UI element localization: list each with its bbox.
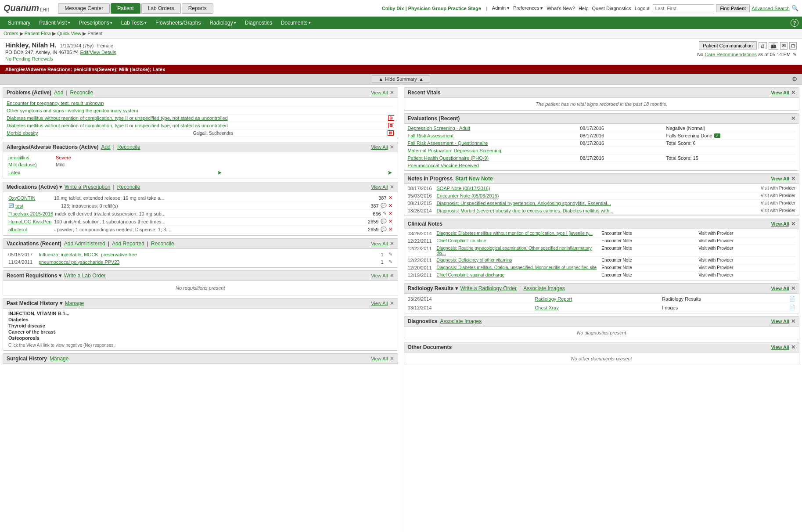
medications-write-link[interactable]: Write a Prescription (65, 184, 110, 190)
tab-message-center[interactable]: Message Center (58, 3, 110, 14)
note-p-link-2[interactable]: Encounter Note (05/03/2016) (437, 193, 499, 198)
med-delete-1[interactable]: ✕ (388, 195, 392, 201)
clinical-link-1[interactable]: Diagnosis: Diabetes mellitus without men… (437, 231, 593, 236)
clinical-notes-view-all[interactable]: View All (771, 221, 789, 226)
rad-doc-icon-2[interactable]: 📄 (789, 305, 795, 310)
med-name-2[interactable]: test (15, 203, 59, 208)
problem-link-4[interactable]: Diabetes mellitus without mention of com… (7, 123, 228, 128)
requisitions-view-all[interactable]: View All (371, 273, 388, 278)
med-name-5[interactable]: albuterol (8, 227, 52, 232)
rad-name-2[interactable]: Chest Xray (535, 305, 662, 310)
med-name-3[interactable]: Flucelvax 2015-2016 (8, 211, 53, 216)
allergy-name-3[interactable]: Latex (8, 170, 52, 175)
note-p-link-3[interactable]: Diagnosis: Unspecified essential hyperte… (437, 201, 611, 206)
problem-link-5[interactable]: Morbid obesity (7, 130, 38, 136)
allergies-add-link[interactable]: Add (101, 144, 110, 150)
other-docs-close-btn[interactable]: ✕ (791, 344, 795, 350)
vitals-close-btn[interactable]: ✕ (791, 90, 795, 96)
clinical-notes-close-btn[interactable]: ✕ (791, 221, 795, 227)
vacc-name-2[interactable]: pneumococcal polysaccharide PPV23 (39, 259, 376, 265)
evaluations-close-btn[interactable]: ✕ (791, 115, 795, 122)
care-recommendations-link[interactable]: Care Recommendations (705, 52, 757, 57)
note-p-link-4[interactable]: Diagnosis: Morbid (severe) obesity due t… (437, 208, 614, 213)
med-delete-4[interactable]: ✕ (388, 219, 392, 224)
med-edit-3[interactable]: ✎ (383, 211, 387, 216)
problem-link-2[interactable]: Other symptoms and signs involving the g… (7, 108, 138, 113)
problem-icon-2[interactable]: ⊞ (388, 123, 394, 128)
surgical-history-manage[interactable]: Manage (50, 356, 68, 362)
eval-name-6[interactable]: Pneumococcal Vaccine Received (408, 163, 580, 168)
radiology-view-all[interactable]: View All (771, 286, 789, 291)
problems-view-all[interactable]: View All (371, 90, 388, 95)
vitals-view-all[interactable]: View All (771, 90, 789, 95)
problems-reconcile-link[interactable]: Reconcile (70, 90, 94, 96)
medications-view-all[interactable]: View All (371, 184, 388, 190)
problems-add-link[interactable]: Add (54, 90, 63, 96)
allergy-name-2[interactable]: Milk (lactose) (8, 162, 52, 167)
problem-icon-1[interactable]: ⊞ (388, 115, 394, 121)
vaccinations-reconcile[interactable]: Reconcile (151, 241, 174, 247)
radiology-close-btn[interactable]: ✕ (791, 285, 795, 291)
med-chat-5[interactable]: 💬 (381, 226, 387, 232)
nav-summary[interactable]: Summary (4, 18, 35, 28)
requisitions-write-link[interactable]: Write a Lab Order (64, 273, 106, 279)
vaccinations-close-btn[interactable]: ✕ (390, 241, 394, 247)
eval-name-5[interactable]: Patient Health Questionnaire (PHQ-9) (408, 155, 580, 161)
quest-link[interactable]: Quest Diagnostics (592, 6, 631, 11)
gear-icon[interactable]: ⚙ (792, 75, 798, 83)
help-icon[interactable]: ? (791, 19, 798, 27)
nav-radiology[interactable]: Radiology ▾ (205, 18, 240, 28)
print-icon[interactable]: 🖨 (759, 42, 767, 49)
allergies-reconcile-link[interactable]: Reconcile (117, 144, 140, 150)
problem-icon-3[interactable]: ⊞ (388, 130, 394, 136)
clinical-link-2[interactable]: Chief Complaint: rountine (437, 238, 486, 244)
radiology-write-link[interactable]: Write a Radiology Order (460, 285, 517, 291)
eval-name-1[interactable]: Depression Screening - Adult (408, 126, 580, 131)
vacc-edit-2[interactable]: ✎ (388, 259, 392, 265)
find-patient-button[interactable]: Find Patient (716, 4, 750, 12)
note-p-link-1[interactable]: SOAP Note (08/17/2016) (437, 186, 490, 191)
patient-search-input[interactable] (653, 4, 714, 12)
nav-diagnostics[interactable]: Diagnostics (241, 18, 277, 28)
notes-progress-close-btn[interactable]: ✕ (791, 176, 795, 182)
vaccinations-add-admin[interactable]: Add Administered (64, 241, 105, 247)
med-name-1[interactable]: OxyCONTIN (8, 195, 52, 201)
surgical-history-close-btn[interactable]: ✕ (390, 356, 394, 362)
med-delete-2[interactable]: ✕ (388, 203, 392, 208)
eval-name-2[interactable]: Fall Risk Assessment (408, 133, 580, 138)
rad-doc-icon-1[interactable]: 📄 (789, 296, 795, 302)
allergy-name-1[interactable]: penicillins (8, 155, 52, 160)
past-medical-manage[interactable]: Manage (65, 300, 84, 306)
nav-flowsheets[interactable]: Flowsheets/Graphs (151, 18, 205, 28)
eval-name-4[interactable]: Maternal Postpartum Depression Screening (408, 148, 580, 153)
requisitions-close-btn[interactable]: ✕ (390, 273, 394, 279)
medications-close-btn[interactable]: ✕ (390, 184, 394, 190)
whats-new-link[interactable]: What's New? (547, 6, 575, 11)
medications-reconcile-link[interactable]: Reconcile (117, 184, 140, 190)
diagnostics-associate-link[interactable]: Associate Images (440, 318, 482, 324)
med-delete-5[interactable]: ✕ (388, 226, 392, 232)
rad-name-1[interactable]: Radiology Report (535, 296, 662, 302)
diagnostics-close-btn[interactable]: ✕ (791, 318, 795, 324)
fax-icon[interactable]: 📠 (769, 42, 778, 50)
problem-link-3[interactable]: Diabetes mellitus without mention of com… (7, 115, 228, 121)
logout-link[interactable]: Logout (635, 6, 650, 11)
vaccinations-add-reported[interactable]: Add Reported (112, 241, 144, 247)
patient-communication-button[interactable]: Patient Communication (699, 41, 757, 50)
other-docs-view-all[interactable]: View All (771, 345, 789, 350)
past-medical-close-btn[interactable]: ✕ (390, 300, 394, 306)
nav-patient-visit[interactable]: Patient Visit ▾ (35, 18, 74, 28)
advanced-search-link[interactable]: Advanced Search (752, 6, 790, 11)
nav-documents[interactable]: Documents ▾ (277, 18, 315, 28)
med-delete-3[interactable]: ✕ (388, 211, 392, 216)
vacc-name-1[interactable]: Influenza, injectable, MDCK, preservativ… (39, 252, 376, 257)
tab-patient[interactable]: Patient (111, 3, 140, 14)
diagnostics-view-all[interactable]: View All (771, 319, 789, 324)
tab-reports[interactable]: Reports (182, 3, 213, 14)
med-chat-4[interactable]: 💬 (381, 219, 387, 224)
surgical-history-view-all[interactable]: View All (371, 356, 388, 361)
problems-close-btn[interactable]: ✕ (390, 90, 394, 96)
allergies-close-btn[interactable]: ✕ (390, 144, 394, 150)
clinical-link-6[interactable]: Chief Complaint: vaginal discharge (437, 273, 505, 278)
med-name-4[interactable]: HumaLOG KwikPen (8, 219, 52, 224)
